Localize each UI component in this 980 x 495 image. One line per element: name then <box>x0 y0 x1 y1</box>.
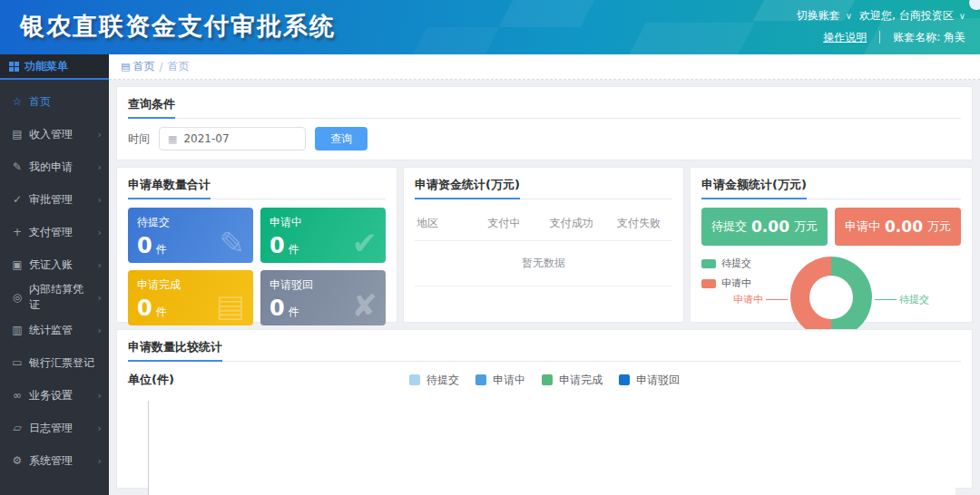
sidebar: 功能菜单 ☆ 首页 ▤ 收入管理 › ✎ 我的申请 › ✓ 审批管理 › <box>0 54 109 495</box>
system-icon: ⚙ <box>11 454 24 467</box>
column-header: 地区 <box>415 216 470 231</box>
sidebar-menu-header: 功能菜单 <box>0 54 109 80</box>
legend-swatch <box>475 374 486 385</box>
sidebar-item-log[interactable]: ▱ 日志管理 › <box>0 412 109 444</box>
document-reject-icon: ✘ <box>352 287 378 324</box>
comparison-chart-panel: 申请数量比较统计 单位(件) 待提交 申请中 <box>116 329 973 489</box>
stats-row: 申请单数量合计 待提交 0 件 ✎ 申请中 <box>116 167 973 323</box>
stat-card-completed[interactable]: 申请完成 0 件 ▤ <box>128 270 253 325</box>
sidebar-item-payment[interactable]: + 支付管理 › <box>0 216 109 248</box>
legend-item[interactable]: 申请驳回 <box>619 373 680 388</box>
chevron-right-icon: › <box>98 325 102 336</box>
unit-label: 单位(件) <box>128 372 174 388</box>
sidebar-item-my-application[interactable]: ✎ 我的申请 › <box>0 150 109 183</box>
account-name-label: 账套名称: 角美 <box>893 30 965 45</box>
document-icon: ▤ <box>216 287 245 324</box>
bar-chart-plot-area <box>148 401 956 495</box>
donut-legend: 待提交 申请中 <box>701 257 751 290</box>
empty-data-text: 暂无数据 <box>415 241 672 286</box>
legend-item[interactable]: 申请中 <box>701 277 751 290</box>
sidebar-item-voucher-entry[interactable]: ▣ 凭证入账 › <box>0 248 109 281</box>
column-header: 支付中 <box>470 216 537 231</box>
stat-card-pending-submit[interactable]: 待提交 0 件 ✎ <box>128 208 253 263</box>
approval-icon: ✓ <box>11 193 24 206</box>
sidebar-item-settlement[interactable]: ◎ 内部结算凭证 › <box>0 281 109 314</box>
header-decoration <box>498 0 599 27</box>
chart-legend: 待提交 申请中 申请完成 申请驳回 <box>409 373 680 388</box>
donut-chart[interactable] <box>790 257 872 338</box>
my-application-icon: ✎ <box>11 160 24 173</box>
chevron-right-icon: › <box>98 422 102 434</box>
amount-card-pending-submit[interactable]: 待提交 0.00 万元 <box>701 208 828 246</box>
legend-swatch <box>409 374 420 385</box>
breadcrumb: ▤ 首页 / 首页 <box>109 54 980 80</box>
legend-item[interactable]: 申请中 <box>475 373 525 388</box>
summary-panel-title: 申请单数量合计 <box>128 177 211 199</box>
funds-panel-title: 申请资金统计(万元) <box>415 177 520 199</box>
sidebar-item-income[interactable]: ▤ 收入管理 › <box>0 118 109 150</box>
leader-line <box>766 299 788 300</box>
bank-draft-icon: ▭ <box>11 356 24 369</box>
operation-guide-link[interactable]: 操作说明 <box>823 30 867 45</box>
voucher-entry-icon: ▣ <box>11 258 24 271</box>
welcome-user-dropdown[interactable]: 欢迎您, 台商投资区 ∨ <box>859 8 965 24</box>
legend-swatch-green <box>701 259 716 268</box>
settlement-icon: ◎ <box>11 291 24 304</box>
statistics-icon: ▥ <box>11 324 24 336</box>
breadcrumb-home[interactable]: ▤ 首页 <box>121 59 154 74</box>
chevron-right-icon: › <box>98 390 102 402</box>
business-settings-icon: ∞ <box>11 389 24 402</box>
switch-account-dropdown[interactable]: 切换账套 ∨ <box>797 8 852 24</box>
header-user-area: 切换账套 ∨ 欢迎您, 台商投资区 ∨ 操作说明 账套名称: 角美 <box>797 6 965 46</box>
chevron-right-icon: › <box>98 227 102 238</box>
chevron-right-icon: › <box>98 292 102 304</box>
main-area: ▤ 首页 / 首页 查询条件 时间 ▦ 2021-07 查询 <box>109 54 980 495</box>
chevron-down-icon: ∨ <box>959 11 965 21</box>
payment-icon: + <box>11 226 24 238</box>
stat-card-rejected[interactable]: 申请驳回 0 件 ✘ <box>260 270 386 325</box>
comparison-chart-title: 申请数量比较统计 <box>128 339 222 362</box>
sidebar-item-business-settings[interactable]: ∞ 业务设置 › <box>0 379 109 412</box>
welcome-label: 欢迎您, 台商投资区 <box>859 8 954 24</box>
leader-line <box>875 299 897 300</box>
breadcrumb-current: 首页 <box>167 59 189 74</box>
legend-item[interactable]: 待提交 <box>409 373 459 388</box>
query-panel: 查询条件 时间 ▦ 2021-07 查询 <box>116 86 973 160</box>
funds-table-panel: 申请资金统计(万元) 地区 支付中 支付成功 支付失败 暂无数据 <box>403 167 684 323</box>
sidebar-item-home[interactable]: ☆ 首页 <box>0 85 109 118</box>
page-icon: ▤ <box>121 61 130 73</box>
amount-card-in-progress[interactable]: 申请中 0.00 万元 <box>835 208 961 246</box>
income-icon: ▤ <box>11 128 24 141</box>
summary-panel: 申请单数量合计 待提交 0 件 ✎ 申请中 <box>116 167 397 323</box>
time-label: 时间 <box>128 131 150 147</box>
table-header-row: 地区 支付中 支付成功 支付失败 <box>415 208 672 241</box>
time-value: 2021-07 <box>183 132 229 145</box>
chevron-right-icon: › <box>98 161 102 173</box>
divider <box>879 31 880 44</box>
query-panel-title: 查询条件 <box>128 96 175 119</box>
menu-title-label: 功能菜单 <box>24 59 68 74</box>
chevron-down-icon: ∨ <box>846 11 852 21</box>
calendar-icon: ▦ <box>168 133 177 145</box>
column-header: 支付失败 <box>605 216 672 231</box>
home-icon: ☆ <box>11 95 24 108</box>
list-check-icon: ✔ <box>352 225 378 261</box>
amount-panel-title: 申请金额统计(万元) <box>701 177 807 199</box>
stat-card-in-progress[interactable]: 申请中 0 件 ✔ <box>260 208 386 263</box>
sidebar-item-approval[interactable]: ✓ 审批管理 › <box>0 183 109 216</box>
sidebar-item-statistics[interactable]: ▥ 统计监管 › <box>0 314 109 346</box>
chevron-right-icon: › <box>98 129 102 141</box>
content: 查询条件 时间 ▦ 2021-07 查询 申请单数量合计 <box>109 80 980 495</box>
legend-item[interactable]: 申请完成 <box>542 373 603 388</box>
legend-swatch <box>619 374 630 385</box>
switch-account-label: 切换账套 <box>797 8 840 24</box>
legend-swatch <box>542 374 553 385</box>
sidebar-item-bank-draft[interactable]: ▭ 银行汇票登记 <box>0 346 109 379</box>
header-decoration <box>624 23 755 54</box>
floating-widget-dot[interactable] <box>969 0 980 10</box>
sidebar-item-system[interactable]: ⚙ 系统管理 › <box>0 444 109 477</box>
log-icon: ▱ <box>11 422 24 434</box>
search-button[interactable]: 查询 <box>315 127 368 150</box>
time-picker-input[interactable]: ▦ 2021-07 <box>159 127 306 150</box>
legend-item[interactable]: 待提交 <box>701 257 751 270</box>
